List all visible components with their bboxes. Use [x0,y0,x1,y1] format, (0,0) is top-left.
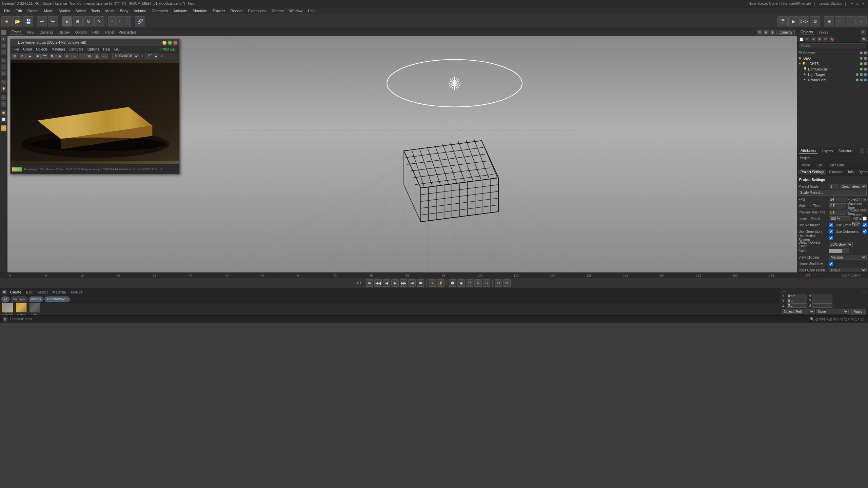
menu-file[interactable]: File [1,8,13,14]
menu-tools[interactable]: Tools [88,8,103,14]
lv-tb-1[interactable]: ⊞ [12,54,18,59]
lv-tb-3[interactable]: ▶ [26,54,33,59]
attr-back-btn[interactable]: ← [860,148,864,154]
attr-renderlod-cb[interactable] [863,217,867,221]
mat-panel-icon[interactable]: ⊞ [2,290,7,294]
vp-render-mode[interactable]: ▣ [763,29,769,35]
camera-selector[interactable]: Camera [776,30,795,35]
tool-select[interactable]: ↖ [1,30,6,35]
attr-color-swatch[interactable] [829,249,843,253]
lv-tb-7[interactable]: ⊕ [56,54,63,59]
menu-edit[interactable]: Edit [13,8,25,14]
lighttarget-vis-dot[interactable] [856,73,859,76]
mat-tab-create[interactable]: Create [9,289,23,295]
tool-light[interactable]: 💡 [1,86,6,92]
coord-apply-btn[interactable]: Apply [850,309,866,314]
tb-render-all[interactable]: ⊳⊳ [799,16,809,26]
tb-axis-x[interactable]: X [108,16,116,26]
lv-menu-help[interactable]: Help [101,47,112,51]
attr-subtab-mode[interactable]: Mode [798,162,813,168]
tree-item-lights[interactable]: ▼ 💡 LIGHTS [798,61,867,66]
attr-linearworkflow-cb[interactable] [829,262,833,266]
attr-fps-input[interactable] [829,197,846,202]
tr-goto-end[interactable]: ⏭ [408,279,416,287]
lights-expand[interactable]: ▼ [798,62,801,65]
statusbar-icon[interactable]: ⊞ [3,317,7,322]
lights-vis-dot[interactable] [860,62,863,65]
tr-options[interactable]: ⚙ [503,279,511,287]
attr-main-tab-info[interactable]: Info [846,169,856,175]
tb-undo[interactable]: ↩ [37,16,47,26]
tool-pen[interactable]: ✏ [1,58,6,63]
tb-select-mode[interactable]: ● [62,16,72,26]
lv-render-mode[interactable]: PT [145,54,159,59]
coord-object-select[interactable]: Object (Rel) [782,309,815,314]
attr-previewmin-input[interactable] [829,210,846,215]
attr-forward-btn[interactable]: → [867,148,868,154]
tr-step-fwd[interactable]: ▶▶ [400,279,407,287]
lv-tb-12[interactable]: ◎ [94,54,100,59]
geo-vis-dot[interactable] [860,57,863,60]
tree-item-geo[interactable]: ▣ GEO [798,56,867,61]
attr-viewclipping-select[interactable]: Medium Small Large [829,255,867,260]
obj-tb-edit[interactable]: ✎ [805,37,810,42]
menu-body[interactable]: Body [117,8,131,14]
tool-primitive[interactable]: ⬡ [1,71,6,76]
menu-octane[interactable]: Octane [269,8,286,14]
tr-record[interactable]: ● [429,279,436,287]
lv-menu-materials[interactable]: Materials [50,47,67,51]
obj-tb-bookmarks[interactable]: 🔖 [829,37,834,42]
tb-axis-y[interactable]: Y [116,16,123,26]
lv-menu-options[interactable]: Options [86,47,101,51]
tb-save[interactable]: 💾 [23,16,33,26]
tb-render-view[interactable]: 🎬 [777,16,788,26]
obj-settings-btn[interactable]: ⚙ [861,29,866,35]
tool-spline[interactable]: 〜 [1,64,6,70]
tb-point-mode[interactable]: · [835,16,845,26]
lights-render-dot[interactable] [864,62,867,65]
lv-menu-gui[interactable]: GUI [113,47,122,51]
attr-tab-structure[interactable]: Structure [837,148,855,154]
tb-redo[interactable]: ↪ [48,16,58,26]
lv-menu-cloud[interactable]: Cloud [21,47,34,51]
lv-minimize[interactable] [162,41,166,45]
tr-prev-key[interactable]: ◀◀ [374,279,382,287]
tb-snap[interactable]: 🔗 [135,16,145,26]
attr-defaultobjcolor-select[interactable]: 60% Gray [829,242,853,247]
mat-filter-floorwall[interactable]: FLOOR&WALL [44,297,70,302]
mat-item-octglob[interactable]: OctGlob [2,303,13,315]
menu-mode[interactable]: Mode [41,8,56,14]
mat-filter-nolayer[interactable]: No Layer [11,297,28,302]
lv-maximize[interactable] [168,41,172,45]
tree-item-lightgeocity[interactable]: 💡 LightGeoCity [798,66,867,72]
attr-inputcolorprofile-select[interactable]: sRGB Linear [829,268,867,273]
vp-tab-panel[interactable]: Panel [103,30,116,35]
mat-tab-edit[interactable]: Edit [25,289,34,295]
camera-vis-dot[interactable] [860,52,863,54]
lv-tb-10[interactable]: ↕ [79,54,85,59]
tb-scale[interactable]: ⇲ [94,16,104,26]
win-minimize[interactable]: ─ [849,2,854,5]
tool-move[interactable]: ✛ [1,36,6,42]
menu-create[interactable]: Create [25,8,41,14]
tb-render-settings[interactable]: ⚙ [810,16,820,26]
tb-poly-mode[interactable]: □ [856,16,867,26]
mat-tab-texture[interactable]: Texture [69,289,84,295]
tr-loop[interactable]: ↺ [495,279,502,287]
attr-main-tab-cineware[interactable]: Cineware [827,169,845,175]
mat-item-floor[interactable]: Floor [29,303,40,315]
mat-filter-wood[interactable]: WOOD [29,297,43,302]
coord-y-pos[interactable] [787,299,807,303]
attr-scale-project-btn[interactable]: Scale Project... [798,190,867,196]
lv-color-mode[interactable]: HDR/sRGB [112,54,139,59]
attr-scale-input[interactable] [829,184,839,189]
mat-filter-all[interactable]: All [1,297,9,302]
tr-keyframe-pos[interactable]: P [466,279,473,287]
lv-tb-roi[interactable]: ▭ [101,54,108,59]
tree-item-octanelight[interactable]: ✦ OctaneLight [798,77,867,83]
attr-scale-unit[interactable]: Centimeters Meters [840,184,867,189]
vp-tab-filter[interactable]: Filter [90,30,102,35]
menu-simulate[interactable]: Simulate [190,8,210,14]
attr-tab-attributes[interactable]: Attributes [799,148,817,154]
mat-tab-select[interactable]: Select [36,289,49,295]
